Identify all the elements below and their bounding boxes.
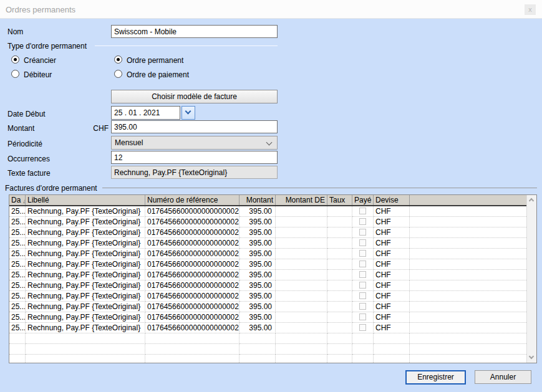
cell-montant-de [276, 259, 327, 270]
cell-date: 25.... [9, 217, 26, 227]
table-row[interactable]: 25.... Rechnung, Pay.PF {TexteOriginal} … [9, 238, 526, 249]
cell-devise: CHF [374, 312, 410, 323]
cell-montant [240, 344, 276, 355]
radio-debiteur-label[interactable]: Débiteur [24, 70, 52, 79]
table-row[interactable]: 25.... Rechnung, Pay.PF {TexteOriginal} … [9, 217, 526, 227]
column-header-paye[interactable]: Payé [352, 195, 374, 205]
cell-filler [410, 238, 526, 249]
cell-taux [327, 333, 352, 344]
invoices-group-label: Factures d'ordre permanent [5, 184, 97, 193]
texte-facture-input[interactable] [111, 166, 278, 179]
standing-orders-dialog: Ordres permanents x Nom Type d'ordre per… [0, 0, 542, 392]
paye-checkbox[interactable] [359, 261, 366, 267]
paye-checkbox[interactable] [359, 250, 366, 257]
table-row[interactable]: 25.... Rechnung, Pay.PF {TexteOriginal} … [9, 227, 526, 238]
chevron-down-icon [185, 108, 191, 115]
cell-libelle: Rechnung, Pay.PF {TexteOriginal} [26, 238, 145, 249]
table-row[interactable]: 25.... Rechnung, Pay.PF {TexteOriginal} … [9, 312, 526, 323]
cell-taux [327, 323, 352, 333]
paye-checkbox[interactable] [359, 282, 366, 289]
table-row[interactable]: 25.... Rechnung, Pay.PF {TexteOriginal} … [9, 302, 526, 312]
cell-date: 25.... [9, 238, 26, 249]
table-row[interactable]: 25.... Rechnung, Pay.PF {TexteOriginal} … [9, 249, 526, 259]
cell-montant-de [276, 302, 327, 312]
scroll-down-button[interactable] [527, 353, 537, 363]
date-dropdown-button[interactable] [181, 106, 195, 120]
table-row[interactable]: 25.... Rechnung, Pay.PF {TexteOriginal} … [9, 259, 526, 270]
close-icon[interactable]: x [525, 4, 536, 15]
cell-paye [352, 291, 374, 302]
cell-devise: CHF [374, 249, 410, 259]
paye-checkbox[interactable] [359, 271, 366, 278]
montant-label: Montant [7, 124, 34, 133]
cell-taux [327, 227, 352, 238]
titlebar: Ordres permanents x [0, 0, 542, 19]
cell-devise: CHF [374, 238, 410, 249]
occurrences-label: Occurrences [7, 155, 50, 163]
column-header-montant-de[interactable]: Montant DE [276, 195, 327, 205]
cell-montant: 395.00 [240, 238, 276, 249]
cancel-button[interactable]: Annuler [475, 370, 531, 384]
table-row[interactable]: 25.... Rechnung, Pay.PF {TexteOriginal} … [9, 280, 526, 291]
cell-devise: CHF [374, 280, 410, 291]
paye-checkbox[interactable] [359, 324, 366, 331]
table-row-empty [9, 344, 526, 355]
table-row[interactable]: 25.... Rechnung, Pay.PF {TexteOriginal} … [9, 206, 526, 217]
column-header-libelle[interactable]: Libellé [26, 195, 145, 205]
paye-checkbox[interactable] [359, 292, 366, 299]
cell-montant [240, 355, 276, 363]
table-row-empty [9, 333, 526, 344]
cell-date [9, 344, 26, 355]
occurrences-input[interactable] [111, 151, 278, 164]
column-header-date[interactable]: Da△ [9, 195, 26, 205]
scroll-up-button[interactable] [527, 195, 537, 205]
paye-checkbox[interactable] [359, 218, 366, 225]
cell-taux [327, 249, 352, 259]
cell-taux [327, 259, 352, 270]
cell-date: 25.... [9, 259, 26, 270]
radio-ordre-permanent-label[interactable]: Ordre permanent [127, 56, 183, 65]
periodicite-select[interactable]: Mensuel [111, 136, 278, 150]
date-debut-input[interactable]: 25 . 01 . 2021 [111, 106, 180, 120]
column-header-devise[interactable]: Devise [374, 195, 410, 205]
cell-filler [410, 206, 526, 217]
paye-checkbox[interactable] [359, 208, 366, 214]
vertical-scrollbar[interactable] [526, 195, 536, 363]
cell-paye [352, 280, 374, 291]
radio-ordre-paiement-label[interactable]: Ordre de paiement [127, 70, 189, 79]
cell-date: 25.... [9, 227, 26, 238]
paye-checkbox[interactable] [359, 239, 366, 246]
column-header-reference[interactable]: Numéro de référence [145, 195, 240, 205]
cell-paye [352, 238, 374, 249]
radio-debiteur[interactable] [11, 70, 19, 78]
nom-input[interactable] [111, 25, 278, 38]
radio-ordre-paiement[interactable] [114, 70, 122, 78]
radio-ordre-permanent[interactable] [114, 55, 122, 64]
periodicite-label: Périodicité [7, 140, 42, 148]
cell-reference: 0176456600000000000002... [145, 238, 240, 249]
column-header-taux[interactable]: Taux [327, 195, 352, 205]
cell-filler [410, 249, 526, 259]
paye-checkbox[interactable] [359, 313, 366, 320]
cell-reference: 0176456600000000000002... [145, 280, 240, 291]
table-row[interactable]: 25.... Rechnung, Pay.PF {TexteOriginal} … [9, 270, 526, 280]
paye-checkbox[interactable] [359, 303, 366, 310]
cell-filler [410, 333, 526, 344]
radio-creancier-label[interactable]: Créancier [24, 56, 56, 65]
table-row[interactable]: 25.... Rechnung, Pay.PF {TexteOriginal} … [9, 323, 526, 333]
column-header-montant[interactable]: Montant [240, 195, 276, 205]
radio-creancier[interactable] [11, 55, 19, 64]
chevron-down-icon [266, 140, 273, 146]
cell-taux [327, 302, 352, 312]
montant-input[interactable] [111, 120, 278, 133]
cell-montant: 395.00 [240, 217, 276, 227]
table-row[interactable]: 25.... Rechnung, Pay.PF {TexteOriginal} … [9, 291, 526, 302]
save-button[interactable]: Enregistrer [405, 370, 466, 385]
invoices-table: Da△ Libellé Numéro de référence Montant … [9, 194, 537, 363]
cell-libelle: Rechnung, Pay.PF {TexteOriginal} [26, 249, 145, 259]
cell-taux [327, 270, 352, 280]
choose-invoice-template-button[interactable]: Choisir modèle de facture [111, 90, 278, 103]
cell-libelle: Rechnung, Pay.PF {TexteOriginal} [26, 217, 145, 227]
paye-checkbox[interactable] [359, 229, 366, 236]
cell-montant: 395.00 [240, 302, 276, 312]
